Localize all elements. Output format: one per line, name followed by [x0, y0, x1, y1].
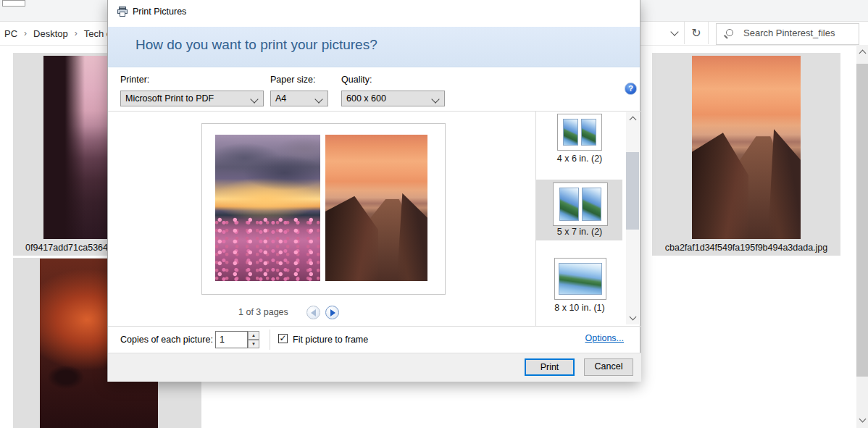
quality-select[interactable]: 600 x 600 — [341, 91, 445, 106]
layout-thumbnail-image — [559, 188, 579, 221]
refresh-button[interactable]: ↻ — [685, 22, 709, 44]
file-name-label: 0f9417add71ca536480 — [25, 243, 118, 253]
help-button[interactable]: ? — [625, 83, 637, 95]
print-button[interactable]: Print — [525, 358, 575, 376]
breadcrumb-separator-icon: › — [75, 28, 78, 38]
layout-list-scrollbar-thumb[interactable] — [626, 152, 639, 230]
layout-option-5x7[interactable] — [553, 182, 608, 226]
chevron-down-icon — [670, 28, 678, 35]
chevron-down-icon — [859, 416, 866, 423]
spinner-down-button[interactable]: ▼ — [248, 340, 259, 348]
paper-size-select[interactable]: A4 — [270, 91, 328, 106]
arrow-left-icon — [311, 309, 316, 316]
next-page-button[interactable] — [325, 306, 339, 319]
layout-option-4x6[interactable] — [557, 114, 602, 151]
explorer-scrollbar-thumb[interactable] — [856, 64, 868, 377]
preview-photo-boardwalk — [325, 135, 427, 281]
divider — [270, 330, 270, 350]
copies-spinner: ▲ ▼ — [248, 331, 259, 348]
breadcrumb-separator-icon: › — [24, 28, 27, 38]
help-icon: ? — [628, 84, 633, 93]
file-thumbnail-boardwalk-photo[interactable] — [692, 56, 801, 239]
layout-option-4x6-label[interactable]: 4 x 6 in. (2) — [535, 154, 625, 164]
printer-icon — [117, 6, 128, 17]
search-icon — [726, 29, 733, 36]
chevron-down-icon — [431, 95, 439, 103]
dialog-title: Print Pictures — [133, 0, 186, 23]
quality-select-value: 600 x 600 — [346, 93, 386, 104]
separator — [108, 326, 641, 327]
refresh-icon: ↻ — [691, 26, 701, 40]
layout-thumbnail-image — [581, 119, 596, 146]
arrow-right-icon — [330, 309, 335, 316]
printer-select[interactable]: Microsoft Print to PDF — [120, 91, 264, 106]
dialog-titlebar[interactable]: Print Pictures — [108, 0, 640, 23]
breadcrumb-item-pc[interactable]: PC — [4, 28, 17, 39]
fit-picture-checkbox[interactable]: ✓ — [278, 334, 288, 343]
boardwalk-benches — [692, 133, 748, 239]
options-link[interactable]: Options... — [585, 333, 625, 343]
boardwalk-benches — [325, 196, 378, 281]
chevron-up-icon — [629, 117, 636, 124]
layout-thumbnail-image — [563, 119, 578, 146]
scroll-up-button[interactable] — [626, 113, 639, 125]
printer-select-value: Microsoft Print to PDF — [125, 93, 214, 104]
print-pictures-dialog: Print Pictures How do you want to print … — [107, 0, 640, 382]
scroll-up-button[interactable] — [856, 46, 868, 58]
quality-label: Quality: — [341, 75, 372, 85]
layout-thumbnail-image — [582, 188, 601, 221]
chevron-down-icon — [250, 95, 258, 103]
separator — [108, 111, 641, 112]
explorer-toolbar-fragment — [2, 0, 25, 7]
paper-size-label: Paper size: — [270, 75, 316, 85]
address-dropdown-button[interactable] — [665, 22, 685, 44]
spinner-up-button[interactable]: ▲ — [248, 331, 259, 340]
chevron-down-icon — [629, 314, 636, 321]
chevron-down-icon — [314, 95, 322, 103]
search-placeholder: Search Pinterest_files — [743, 23, 835, 43]
scroll-down-button[interactable] — [856, 414, 868, 426]
fit-picture-label[interactable]: Fit picture to frame — [293, 335, 368, 345]
copies-label: Copies of each picture: — [120, 335, 213, 345]
layout-option-8x10[interactable] — [554, 258, 606, 300]
cancel-button[interactable]: Cancel — [584, 358, 633, 376]
paper-size-select-value: A4 — [275, 93, 286, 104]
preview-photo-flower-field — [215, 135, 320, 281]
copies-input[interactable] — [215, 331, 248, 348]
printer-label: Printer: — [120, 75, 149, 85]
breadcrumb-item-desktop[interactable]: Desktop — [33, 28, 68, 39]
breadcrumb: PC › Desktop › Tech ob — [4, 22, 117, 45]
page-status: 1 of 3 pages — [238, 307, 296, 317]
scroll-down-button[interactable] — [626, 312, 639, 324]
layout-option-8x10-label[interactable]: 8 x 10 in. (1) — [535, 303, 625, 313]
checkmark-icon: ✓ — [279, 333, 286, 343]
dialog-header-question: How do you want to print your pictures? — [135, 37, 377, 53]
screen: PC › Desktop › Tech ob ↻ Search Pinteres… — [0, 0, 868, 428]
chevron-up-icon — [859, 50, 866, 57]
file-name-label: cba2faf1d34f549fa195f9b494a3dada.jpg — [652, 243, 840, 253]
layout-option-5x7-label[interactable]: 5 x 7 in. (2) — [535, 227, 625, 237]
layout-thumbnail-image — [559, 263, 602, 295]
previous-page-button[interactable] — [306, 306, 320, 319]
